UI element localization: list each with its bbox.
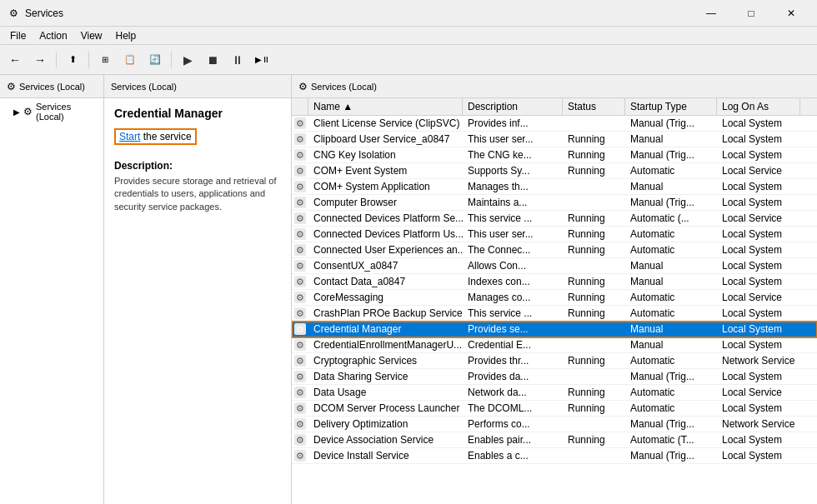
service-startup: Manual (Trig... xyxy=(625,116,717,131)
service-status xyxy=(563,448,625,463)
table-row[interactable]: Device Association ServiceEnables pair..… xyxy=(292,432,817,448)
left-panel-title: Services (Local) xyxy=(19,82,85,92)
up-button[interactable]: ⬆ xyxy=(61,48,84,72)
refresh-button[interactable]: 🔄 xyxy=(143,48,167,72)
col-icon[interactable] xyxy=(292,98,308,115)
table-row[interactable]: DCOM Server Process LauncherThe DCOML...… xyxy=(292,401,817,417)
start-service-button[interactable]: ▶ xyxy=(176,48,199,72)
table-row[interactable]: COM+ Event SystemSupports Sy...RunningAu… xyxy=(292,163,817,179)
service-startup: Manual xyxy=(625,258,717,273)
service-description: Manages co... xyxy=(463,290,563,305)
table-container[interactable]: Name ▲ Description Status Startup Type L… xyxy=(292,98,817,504)
forward-button[interactable]: → xyxy=(28,48,52,72)
service-logon: Local System xyxy=(717,432,800,447)
show-hide-button[interactable]: ⊞ xyxy=(93,48,117,72)
service-status: Running xyxy=(563,290,625,305)
table-row[interactable]: Delivery OptimizationPerforms co...Manua… xyxy=(292,417,817,432)
table-row[interactable]: Contact Data_a0847Indexes con...RunningM… xyxy=(292,274,817,290)
service-logon: Local System xyxy=(717,369,800,384)
table-row[interactable]: Data UsageNetwork da...RunningAutomaticL… xyxy=(292,385,817,401)
service-status: Running xyxy=(563,306,625,321)
table-row[interactable]: Connected User Experiences an...The Conn… xyxy=(292,242,817,258)
service-description: Supports Sy... xyxy=(463,163,563,178)
service-startup: Manual xyxy=(625,337,717,352)
detail-content: Credential Manager Start the service Des… xyxy=(104,98,291,222)
service-logon: Local System xyxy=(717,337,800,352)
service-startup: Manual xyxy=(625,179,717,194)
service-status xyxy=(563,179,625,194)
stop-service-button[interactable]: ⏹ xyxy=(201,48,224,72)
table-row[interactable]: Connected Devices Platform Se...This ser… xyxy=(292,211,817,227)
col-status[interactable]: Status xyxy=(563,98,625,115)
service-icon-cell xyxy=(292,227,308,242)
service-description: Network da... xyxy=(463,385,563,400)
service-startup: Automatic xyxy=(625,306,717,321)
services-list: Client License Service (ClipSVC)Provides… xyxy=(292,116,817,464)
table-row[interactable]: Cryptographic ServicesProvides thr...Run… xyxy=(292,353,817,369)
start-service-box[interactable]: Start the service xyxy=(114,128,197,145)
properties-button[interactable]: 📋 xyxy=(118,48,142,72)
col-description[interactable]: Description xyxy=(463,98,563,115)
service-startup: Manual (Trig... xyxy=(625,417,717,432)
pause-service-button[interactable]: ⏸ xyxy=(226,48,249,72)
description-label: Description: xyxy=(114,160,281,172)
title-bar: ⚙ Services — □ ✕ xyxy=(0,0,817,27)
close-button[interactable]: ✕ xyxy=(772,0,810,27)
tree-item-services-local[interactable]: ▶ ⚙ Services (Local) xyxy=(0,98,103,125)
table-row[interactable]: CNG Key IsolationThe CNG ke...RunningMan… xyxy=(292,147,817,163)
col-startup[interactable]: Startup Type xyxy=(625,98,717,115)
service-name: CrashPlan PROe Backup Service xyxy=(308,306,463,321)
table-row[interactable]: COM+ System ApplicationManages th...Manu… xyxy=(292,179,817,195)
service-name: CoreMessaging xyxy=(308,290,463,305)
menu-help[interactable]: Help xyxy=(109,28,143,43)
service-startup: Manual (Trig... xyxy=(625,369,717,384)
service-name: COM+ Event System xyxy=(308,163,463,178)
col-name[interactable]: Name ▲ xyxy=(308,98,463,115)
service-name: Credential Manager xyxy=(308,322,463,337)
service-description: This user ser... xyxy=(463,227,563,242)
service-name: Data Sharing Service xyxy=(308,369,463,384)
table-row[interactable]: Computer BrowserMaintains a...Manual (Tr… xyxy=(292,195,817,211)
service-startup: Automatic xyxy=(625,227,717,242)
service-name: ConsentUX_a0847 xyxy=(308,258,463,273)
services-header-title: Services (Local) xyxy=(311,82,377,92)
restart-service-button[interactable]: ▶⏸ xyxy=(251,48,274,72)
col-logon[interactable]: Log On As xyxy=(717,98,800,115)
table-row[interactable]: Client License Service (ClipSVC)Provides… xyxy=(292,116,817,132)
service-status: Running xyxy=(563,385,625,400)
service-description: Allows Con... xyxy=(463,258,563,273)
detail-header: Services (Local) xyxy=(104,75,291,98)
table-row[interactable]: Credential ManagerProvides se...ManualLo… xyxy=(292,322,817,337)
service-description: Credential E... xyxy=(463,337,563,352)
tree-item-label: Services (Local) xyxy=(36,102,97,122)
table-row[interactable]: CoreMessagingManages co...RunningAutomat… xyxy=(292,290,817,306)
service-icon-cell xyxy=(292,353,308,368)
service-status: Running xyxy=(563,211,625,226)
service-icon-cell xyxy=(292,242,308,257)
table-row[interactable]: Data Sharing ServiceProvides da...Manual… xyxy=(292,369,817,385)
maximize-button[interactable]: □ xyxy=(732,0,770,27)
main-layout: ⚙ Services (Local) ▶ ⚙ Services (Local) … xyxy=(0,75,817,504)
table-row[interactable]: Clipboard User Service_a0847This user se… xyxy=(292,132,817,147)
table-row[interactable]: Device Install ServiceEnables a c...Manu… xyxy=(292,448,817,464)
sort-arrow: ▲ xyxy=(343,101,353,112)
service-icon-cell xyxy=(292,132,308,147)
table-row[interactable]: Connected Devices Platform Us...This use… xyxy=(292,227,817,242)
table-row[interactable]: CrashPlan PROe Backup ServiceThis servic… xyxy=(292,306,817,322)
service-startup: Automatic xyxy=(625,163,717,178)
back-button[interactable]: ← xyxy=(3,48,27,72)
service-status xyxy=(563,337,625,352)
menu-view[interactable]: View xyxy=(74,28,109,43)
menu-action[interactable]: Action xyxy=(33,28,73,43)
menu-file[interactable]: File xyxy=(3,28,33,43)
service-description: The Connec... xyxy=(463,242,563,257)
table-row[interactable]: ConsentUX_a0847Allows Con...ManualLocal … xyxy=(292,258,817,274)
service-logon: Local System xyxy=(717,322,800,337)
start-link[interactable]: Start xyxy=(119,131,140,142)
service-name: Contact Data_a0847 xyxy=(308,274,463,289)
service-icon-cell xyxy=(292,195,308,210)
table-row[interactable]: CredentialEnrollmentManagerU...Credentia… xyxy=(292,337,817,353)
service-startup: Manual xyxy=(625,322,717,337)
service-startup: Manual (Trig... xyxy=(625,448,717,463)
minimize-button[interactable]: — xyxy=(692,0,730,27)
